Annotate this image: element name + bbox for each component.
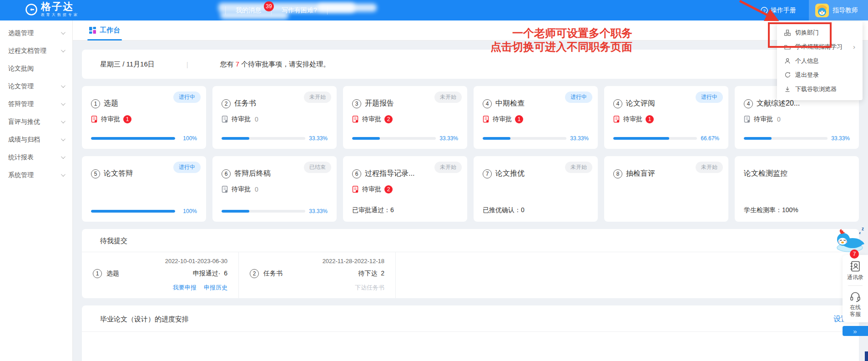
sidebar-item-paper-review[interactable]: 论文批阅 [0, 60, 72, 77]
to-submit-panel: 待我提交 2022-10-01-2023-06-30 1选题 申报通过· 6 我… [82, 229, 859, 298]
tab-bar: 工作台 [73, 20, 868, 41]
item-stat: 待下达 2 [358, 269, 384, 278]
rail-divider [848, 285, 863, 286]
chevron-down-icon [61, 101, 66, 106]
brand-tagline: 教育大数据专家 [41, 12, 79, 17]
contacts-book-icon [849, 260, 861, 272]
apply-link[interactable]: 我要申报 [173, 284, 197, 292]
logo-g-icon [25, 3, 38, 16]
chevron-down-icon [61, 172, 66, 177]
task-card-topic[interactable]: 进行中 1选题 待审批 1 100% [82, 86, 206, 149]
my-messages-link[interactable]: 我的消息 39 [226, 0, 271, 20]
card-title-text: 论文检测监控 [744, 169, 787, 178]
date-text: 星期三 / 11月16日 [100, 60, 155, 69]
card-title-text: 抽检盲评 [626, 169, 655, 178]
writing-help-label: 写作有困难? [282, 6, 317, 15]
approve-count-badge: 2 [384, 115, 393, 123]
menu-item-switch-department[interactable]: 切换部门 [777, 25, 863, 40]
chevron-down-icon [61, 154, 66, 159]
task-card-spot-check[interactable]: 未开始 8抽检盲评 [604, 156, 728, 222]
step-number: 6 [352, 169, 361, 178]
sidebar-item-grades-archive[interactable]: 成绩与归档 [0, 131, 72, 148]
task-card-paper-promotion[interactable]: 未开始 7论文推优 已推优确认：0 [474, 156, 598, 222]
progress-fill [222, 210, 249, 213]
progress-track [91, 210, 175, 213]
task-card-proposal[interactable]: 未开始 3开题报告 待审批 2 33.33% [343, 86, 467, 149]
chevron-down-icon [61, 83, 66, 88]
scrollbar-corner [865, 351, 868, 361]
step-number: 1 [91, 99, 100, 108]
progress-track [91, 137, 175, 140]
progress-fill [483, 137, 510, 140]
workbench-grid-icon [89, 27, 96, 34]
question-circle-icon: ? [761, 7, 768, 14]
progress-fill [613, 137, 669, 140]
document-icon [483, 116, 490, 123]
menu-item-logout[interactable]: 退出登录 [777, 68, 863, 82]
task-cards-row-1: 进行中 1选题 待审批 1 100% 未开始 2任务书 待审批 0 33.3 [82, 86, 859, 149]
approve-label: 待审批 [493, 115, 512, 123]
card-title-text: 文献综述20... [757, 99, 800, 108]
status-badge: 进行中 [565, 92, 592, 103]
progress-track [483, 137, 566, 140]
user-role-chip[interactable]: 指导教师 [809, 0, 868, 20]
issue-assignment-link[interactable]: 下达任务书 [355, 284, 384, 292]
step-number: 8 [613, 169, 622, 178]
submenu-arrow-icon: › [853, 43, 855, 51]
org-grid-icon [784, 30, 791, 36]
chevron-down-icon [61, 48, 66, 52]
task-card-midterm[interactable]: 进行中 4中期检查 待审批 1 33.33% [474, 86, 598, 149]
sidebar-item-statistics[interactable]: 统计报表 [0, 148, 72, 166]
approve-count-zero: 0 [255, 116, 258, 123]
manual-link[interactable]: ? 操作手册 [761, 6, 796, 15]
sidebar-item-system-management[interactable]: 系统管理 [0, 166, 72, 184]
task-card-detection-monitor[interactable]: 论文检测监控 学生检测率：100% [735, 156, 859, 222]
status-badge: 未开始 [434, 162, 462, 173]
sidebar-item-process-docs[interactable]: 过程文档管理 [0, 42, 72, 60]
menu-item-academic-guide[interactable]: 学术规范指南学习 › [777, 40, 863, 54]
task-card-guidance-record[interactable]: 未开始 6过程指导记录... 待审批 2 已审批通过：6 [343, 156, 467, 222]
brand-name: 格子达 [41, 1, 79, 12]
sidebar-item-topic-management[interactable]: 选题管理 [0, 24, 72, 42]
card-title-text: 答辩后终稿 [234, 169, 271, 178]
online-service-button[interactable]: 在线 客服 [849, 290, 861, 318]
floating-toolbar: 通讯录 在线 客服 [843, 255, 868, 322]
item-stat: 申报通过· 6 [193, 269, 227, 278]
chevron-down-icon [61, 137, 66, 141]
main-content: 工作台 星期三 / 11月16日 | 您有 7 个待审批事项，请安排处理。 进行… [73, 20, 868, 361]
sidebar-item-blind-review[interactable]: 盲评与推优 [0, 113, 72, 131]
collapse-rail-button[interactable]: » [843, 326, 868, 336]
approve-label: 待审批 [101, 115, 120, 123]
step-number: 7 [483, 169, 492, 178]
menu-item-personal-info[interactable]: 个人信息 [777, 54, 863, 68]
role-label: 指导教师 [833, 6, 858, 15]
progress-percent: 33.33% [439, 135, 458, 142]
item-name: 选题 [106, 269, 119, 278]
notification-count-badge: 7 [850, 249, 859, 259]
card-title-text: 论文推优 [495, 169, 525, 178]
logout-icon [784, 72, 791, 78]
writing-help-link[interactable]: 写作有困难? [272, 0, 327, 20]
task-card-defense[interactable]: 进行中 5论文答辩 100% [82, 156, 206, 222]
document-icon [613, 116, 620, 123]
task-card-paper-reading[interactable]: 进行中 4论文评阅 待审批 1 66.67% [604, 86, 728, 149]
task-card-final-draft[interactable]: 已结束 6答辩后终稿 待审批 0 33.33% [212, 156, 337, 222]
tab-workbench[interactable]: 工作台 [89, 20, 120, 41]
schedule-panel: 毕业论文（设计）的进度安排 设置 [82, 305, 859, 361]
manual-label: 操作手册 [771, 6, 796, 15]
contacts-button[interactable]: 通讯录 [847, 260, 863, 281]
document-icon [91, 116, 98, 123]
sidebar-item-defense-management[interactable]: 答辩管理 [0, 95, 72, 113]
apply-history-link[interactable]: 申报历史 [204, 284, 227, 292]
sidebar-item-paper-management[interactable]: 论文管理 [0, 77, 72, 95]
task-card-assignment[interactable]: 未开始 2任务书 待审批 0 33.33% [212, 86, 337, 149]
approved-passed-text: 已审批通过：6 [352, 206, 458, 214]
menu-item-download-chrome[interactable]: 下载谷歌浏览器 [777, 82, 863, 96]
header-divider [327, 6, 328, 15]
step-number: 4 [483, 99, 492, 108]
status-badge: 进行中 [173, 92, 201, 103]
progress-percent: 33.33% [831, 135, 850, 142]
assistant-mascot[interactable]: z z [835, 225, 866, 252]
approve-count-badge: 1 [515, 115, 523, 123]
step-number: 2 [250, 269, 259, 278]
